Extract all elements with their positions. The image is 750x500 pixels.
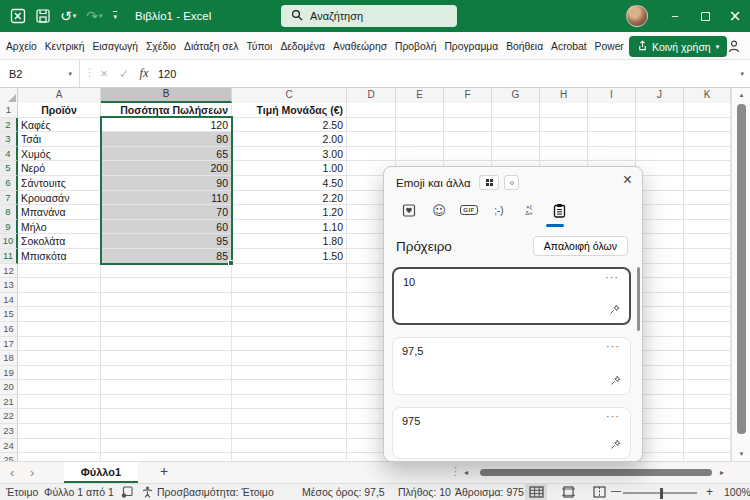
row-header-2[interactable]: 2 bbox=[0, 118, 18, 133]
cell-G4[interactable] bbox=[492, 147, 540, 162]
pin-icon[interactable] bbox=[609, 438, 622, 453]
accessibility-icon[interactable] bbox=[141, 486, 154, 500]
column-header-A[interactable]: A bbox=[18, 88, 101, 103]
zoom-slider-thumb[interactable] bbox=[660, 488, 663, 499]
cell-B24[interactable] bbox=[101, 439, 232, 454]
cell-G2[interactable] bbox=[492, 118, 540, 133]
cell-B12[interactable] bbox=[101, 264, 232, 279]
cell-I2[interactable] bbox=[588, 118, 636, 133]
cell-A1[interactable]: Προϊόν bbox=[18, 103, 101, 118]
gif-tab-icon[interactable]: GIF bbox=[454, 199, 484, 221]
cell-K21[interactable] bbox=[684, 395, 731, 410]
clipboard-tab-icon[interactable] bbox=[544, 199, 574, 221]
cell-B10[interactable]: 95 bbox=[101, 234, 232, 249]
cell-A7[interactable]: Κρουασάν bbox=[18, 191, 101, 206]
cell-C1[interactable]: Τιμή Μονάδας (€) bbox=[232, 103, 347, 118]
maximize-button[interactable] bbox=[690, 0, 720, 32]
cell-B9[interactable]: 60 bbox=[101, 220, 232, 235]
scroll-right-icon[interactable]: ▸ bbox=[720, 468, 724, 477]
cell-A10[interactable]: Σοκολάτα bbox=[18, 234, 101, 249]
cell-B22[interactable] bbox=[101, 409, 232, 424]
cell-K24[interactable] bbox=[684, 439, 731, 454]
cell-K5[interactable] bbox=[684, 161, 731, 176]
cell-C18[interactable] bbox=[232, 351, 347, 366]
prev-sheet-button[interactable]: ‹ bbox=[10, 465, 14, 480]
zoom-out-button[interactable]: — bbox=[611, 485, 621, 496]
cell-B5[interactable]: 200 bbox=[101, 161, 232, 176]
cell-J11[interactable] bbox=[636, 249, 684, 264]
cell-F4[interactable] bbox=[444, 147, 492, 162]
cell-J21[interactable] bbox=[636, 395, 684, 410]
cell-K9[interactable] bbox=[684, 220, 731, 235]
column-header-K[interactable]: K bbox=[684, 88, 731, 103]
cell-J14[interactable] bbox=[636, 293, 684, 308]
cell-K8[interactable] bbox=[684, 205, 731, 220]
cell-J24[interactable] bbox=[636, 439, 684, 454]
more-options-icon[interactable]: ··· bbox=[606, 410, 620, 422]
cell-A2[interactable]: Καφές bbox=[18, 118, 101, 133]
cell-K14[interactable] bbox=[684, 293, 731, 308]
vertical-scroll-thumb[interactable] bbox=[737, 104, 746, 434]
row-header-25[interactable]: 25 bbox=[0, 453, 18, 461]
row-header-15[interactable]: 15 bbox=[0, 307, 18, 322]
redo-button[interactable]: ↷▾ bbox=[86, 9, 102, 23]
ribbon-tab-Προγραμμα[interactable]: Προγραμμα bbox=[440, 41, 502, 52]
cell-I3[interactable] bbox=[588, 132, 636, 147]
cell-J4[interactable] bbox=[636, 147, 684, 162]
column-header-E[interactable]: E bbox=[396, 88, 444, 103]
column-header-F[interactable]: F bbox=[444, 88, 492, 103]
cell-K12[interactable] bbox=[684, 264, 731, 279]
cell-E3[interactable] bbox=[396, 132, 444, 147]
cell-J2[interactable] bbox=[636, 118, 684, 133]
column-header-B[interactable]: B bbox=[101, 88, 232, 103]
cell-H1[interactable] bbox=[540, 103, 588, 118]
ribbon-tab-Αναθεώρησ[interactable]: Αναθεώρησ bbox=[329, 41, 391, 52]
row-header-4[interactable]: 4 bbox=[0, 147, 18, 162]
row-header-19[interactable]: 19 bbox=[0, 366, 18, 381]
cell-K17[interactable] bbox=[684, 337, 731, 352]
cell-J13[interactable] bbox=[636, 278, 684, 293]
column-header-H[interactable]: H bbox=[540, 88, 588, 103]
cell-D1[interactable] bbox=[347, 103, 396, 118]
zoom-level[interactable]: 100% bbox=[724, 486, 750, 498]
ribbon-tab-Acrobat[interactable]: Acrobat bbox=[547, 41, 591, 52]
cell-A19[interactable] bbox=[18, 366, 101, 381]
pin-icon[interactable] bbox=[609, 374, 622, 389]
horizontal-scroll-thumb[interactable] bbox=[480, 469, 712, 476]
cell-A16[interactable] bbox=[18, 322, 101, 337]
customize-toolbar-button[interactable]: ▾ bbox=[113, 11, 118, 21]
cell-A12[interactable] bbox=[18, 264, 101, 279]
zoom-slider[interactable] bbox=[623, 492, 697, 494]
cell-J1[interactable] bbox=[636, 103, 684, 118]
row-header-1[interactable]: 1 bbox=[0, 103, 18, 118]
ribbon-tab-Αρχείο[interactable]: Αρχείο bbox=[2, 41, 41, 52]
row-header-12[interactable]: 12 bbox=[0, 264, 18, 279]
row-header-7[interactable]: 7 bbox=[0, 191, 18, 206]
cell-B7[interactable]: 110 bbox=[101, 191, 232, 206]
cell-K3[interactable] bbox=[684, 132, 731, 147]
person-icon[interactable] bbox=[727, 39, 743, 56]
cell-B3[interactable]: 80 bbox=[101, 132, 232, 147]
cell-C23[interactable] bbox=[232, 424, 347, 439]
cell-A5[interactable]: Νερό bbox=[18, 161, 101, 176]
cell-C13[interactable] bbox=[232, 278, 347, 293]
cell-C15[interactable] bbox=[232, 307, 347, 322]
cell-B16[interactable] bbox=[101, 322, 232, 337]
cell-A25[interactable] bbox=[18, 453, 101, 461]
pin-icon[interactable] bbox=[608, 303, 621, 318]
more-options-icon[interactable]: ··· bbox=[605, 271, 619, 283]
cell-K19[interactable] bbox=[684, 366, 731, 381]
cell-C5[interactable]: 1.00 bbox=[232, 161, 347, 176]
recent-clipboard-heart-icon[interactable] bbox=[394, 199, 424, 221]
cell-B6[interactable]: 90 bbox=[101, 176, 232, 191]
cell-A13[interactable] bbox=[18, 278, 101, 293]
cell-B23[interactable] bbox=[101, 424, 232, 439]
page-break-view-button[interactable] bbox=[588, 484, 610, 500]
cell-K13[interactable] bbox=[684, 278, 731, 293]
cell-G1[interactable] bbox=[492, 103, 540, 118]
next-sheet-button[interactable]: › bbox=[30, 465, 34, 480]
cell-H2[interactable] bbox=[540, 118, 588, 133]
cell-C17[interactable] bbox=[232, 337, 347, 352]
cell-C16[interactable] bbox=[232, 322, 347, 337]
cell-A15[interactable] bbox=[18, 307, 101, 322]
